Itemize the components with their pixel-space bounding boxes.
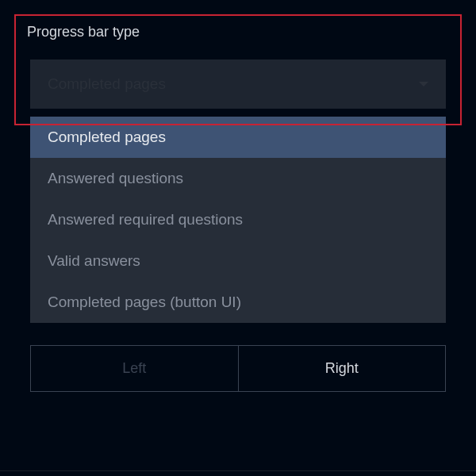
segment-left[interactable]: Left — [31, 346, 239, 391]
option-answered-required[interactable]: Answered required questions — [30, 199, 446, 240]
alignment-segmented-control: Left Right — [30, 345, 446, 392]
field-label: Progress bar type — [14, 14, 462, 40]
option-answered-questions[interactable]: Answered questions — [30, 158, 446, 199]
progress-bar-type-select[interactable]: Completed pages — [30, 60, 446, 109]
chevron-down-icon — [419, 82, 428, 86]
option-valid-answers[interactable]: Valid answers — [30, 240, 446, 282]
divider — [0, 470, 476, 471]
option-completed-pages[interactable]: Completed pages — [30, 117, 446, 158]
dropdown-list: Completed pages Answered questions Answe… — [30, 117, 446, 323]
select-current-value: Completed pages — [48, 75, 166, 93]
segment-right[interactable]: Right — [239, 346, 446, 391]
option-completed-pages-button-ui[interactable]: Completed pages (button UI) — [30, 282, 446, 323]
